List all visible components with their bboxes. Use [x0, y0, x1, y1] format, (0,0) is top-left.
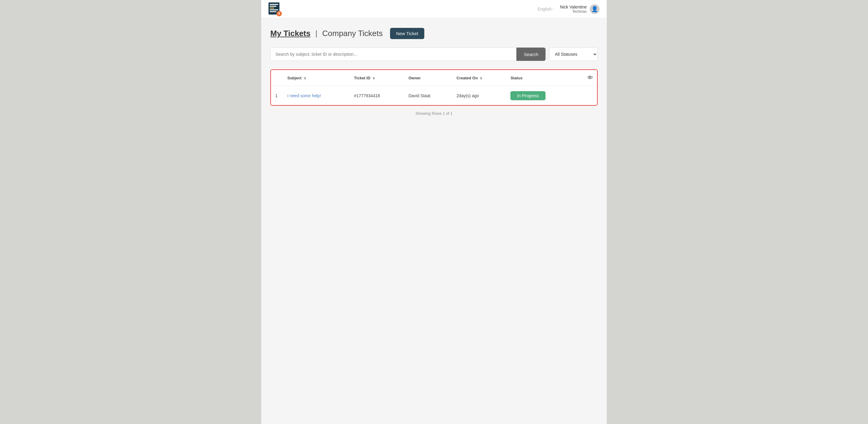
new-ticket-button[interactable]: New Ticket [390, 28, 424, 39]
logo[interactable]: 8 [269, 2, 284, 16]
table-row: 1 I need some help! #1777934418 David St… [271, 86, 597, 105]
tickets-table: Subject ⇅ Ticket ID ⇅ Owner Cr [271, 70, 597, 105]
user-icon: 👤 [591, 6, 598, 12]
ticket-subject-link[interactable]: I need some help! [287, 93, 321, 98]
status-badge: In Progress [510, 91, 546, 100]
table-header-row: Subject ⇅ Ticket ID ⇅ Owner Cr [271, 70, 597, 86]
row-ticket-id: #1777934418 [350, 86, 404, 105]
language-label: English [538, 7, 552, 11]
search-status-row: Search All Statuses In Progress Open Clo… [270, 47, 598, 61]
app-header: 8 English › Nick Valentine Techmax 👤 [261, 0, 607, 18]
search-input[interactable] [270, 47, 517, 61]
tickets-table-wrapper: Subject ⇅ Ticket ID ⇅ Owner Cr [270, 69, 598, 106]
title-row: My Tickets | Company Tickets New Ticket [270, 28, 598, 39]
row-subject[interactable]: I need some help! [283, 86, 350, 105]
row-created-on: 2day(s) ago [452, 86, 506, 105]
eye-icon: 👁 [579, 75, 593, 81]
row-eye-cell [575, 86, 597, 105]
row-owner: David Staat [404, 86, 453, 105]
col-created-on[interactable]: Created On ⇅ [452, 70, 506, 86]
pagination-info: Showing Rows 1 of 1 [270, 111, 598, 116]
col-owner: Owner [404, 70, 453, 86]
user-name: Nick Valentine [560, 4, 587, 9]
header-right: English › Nick Valentine Techmax 👤 [538, 4, 599, 14]
search-button[interactable]: Search [517, 47, 546, 61]
col-eye: 👁 [575, 70, 597, 86]
col-subject[interactable]: Subject ⇅ [283, 70, 350, 86]
language-selector[interactable]: English › [538, 7, 554, 11]
company-tickets-label: Company Tickets [322, 29, 382, 38]
chevron-right-icon: › [553, 7, 554, 11]
logo-icon: 8 [269, 2, 279, 14]
row-number: 1 [271, 86, 283, 105]
sort-icon-created-on: ⇅ [480, 77, 482, 80]
user-text: Nick Valentine Techmax [560, 4, 587, 13]
col-ticket-id[interactable]: Ticket ID ⇅ [350, 70, 404, 86]
search-group: Search [270, 47, 546, 61]
page-content: My Tickets | Company Tickets New Ticket … [261, 18, 607, 125]
avatar[interactable]: 👤 [590, 4, 599, 14]
row-status: In Progress [506, 86, 575, 105]
user-company: Techmax [560, 9, 587, 13]
sort-icon-subject: ⇅ [304, 77, 306, 80]
title-separator: | [315, 29, 317, 38]
my-tickets-link[interactable]: My Tickets [270, 29, 310, 38]
col-num [271, 70, 283, 86]
col-status: Status [506, 70, 575, 86]
status-filter-select[interactable]: All Statuses In Progress Open Closed [549, 47, 598, 61]
sort-icon-ticket-id: ⇅ [372, 77, 375, 80]
user-info: Nick Valentine Techmax 👤 [560, 4, 599, 14]
